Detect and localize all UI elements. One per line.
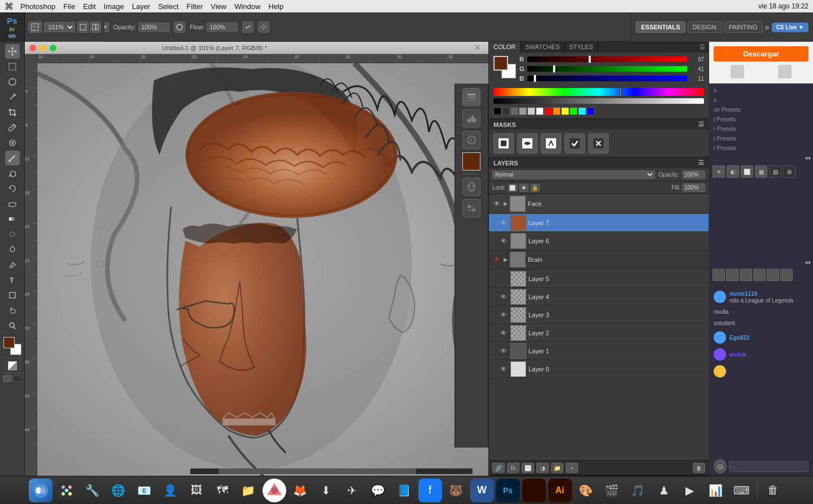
swatch-green[interactable] [570, 107, 578, 115]
screen-mode-1[interactable] [3, 375, 12, 382]
ns-3[interactable] [740, 269, 752, 281]
dock-launchpad[interactable] [55, 479, 78, 502]
group-brain-visibility[interactable]: 👁 [492, 256, 501, 264]
dodge-tool[interactable] [5, 242, 20, 257]
swatch-black[interactable] [493, 107, 501, 115]
crop-tool[interactable] [5, 105, 20, 120]
adj-4[interactable]: ▦ [755, 165, 767, 178]
zoom-select[interactable]: 101% 50% 100% 200% [44, 22, 75, 32]
lock-pixels[interactable]: ⬜ [508, 184, 517, 192]
layer-6-visibility[interactable]: 👁 [499, 237, 508, 245]
layer-4-visibility[interactable]: 👁 [499, 293, 508, 301]
hand-tool[interactable] [5, 303, 20, 318]
adj-2[interactable]: ◐ [727, 165, 739, 178]
dock-whatsapp[interactable]: 💬 [366, 479, 390, 502]
layer-5-visibility[interactable]: 👁 [499, 275, 508, 283]
screen-mode-2[interactable] [13, 375, 22, 382]
quick-mask-btn[interactable] [5, 358, 20, 374]
dock-transmission[interactable]: ⬇ [314, 479, 338, 502]
swatch-yellow[interactable] [561, 107, 569, 115]
close-tab-icon[interactable] [475, 44, 484, 52]
menu-filter[interactable]: Filter [186, 2, 203, 11]
ns-6[interactable] [780, 269, 793, 281]
menu-image[interactable]: Image [104, 2, 124, 11]
add-mask-btn[interactable]: ⬜ [522, 463, 534, 473]
settings-toggle[interactable] [258, 21, 269, 33]
menu-help[interactable]: Help [268, 2, 283, 11]
color-swatch-icon[interactable] [462, 152, 480, 170]
swatch-red[interactable] [544, 107, 552, 115]
swatch-blue[interactable] [587, 107, 595, 115]
layer-0-row[interactable]: 👁 Layer 0 [489, 360, 709, 378]
dock-chess[interactable]: ♟ [652, 479, 676, 502]
lock-all[interactable]: 🔒 [531, 184, 540, 192]
tab-styles[interactable]: STYLES [565, 42, 598, 52]
zoom-tool[interactable] [5, 318, 20, 333]
selection-tool[interactable] [5, 59, 20, 74]
group-face[interactable]: 👁 ▶ Face [489, 194, 709, 214]
menu-file[interactable]: File [63, 2, 75, 11]
menu-photoshop[interactable]: Photoshop [20, 2, 55, 11]
masks-menu[interactable]: ☰ [698, 121, 704, 128]
bw-gradient-bar[interactable] [493, 98, 704, 104]
ns-resize[interactable]: ⇔ [709, 257, 813, 268]
adj-5[interactable]: ▧ [769, 165, 781, 178]
dock-photoshop[interactable]: Ps [496, 479, 520, 502]
adjustments-icon[interactable] [462, 199, 480, 217]
ns-1[interactable] [713, 269, 725, 281]
tab-color[interactable]: COLOR [489, 42, 521, 52]
dock-chrome[interactable] [263, 479, 286, 502]
dock-finder-2[interactable]: 📁 [237, 479, 260, 502]
b-slider-thumb[interactable] [534, 74, 536, 82]
layer-2-row[interactable]: 👁 Layer 2 [489, 324, 709, 342]
dock-terminal[interactable]: ⌨ [730, 479, 754, 502]
apply-mask-btn[interactable] [565, 133, 585, 154]
horizontal-scrollbar[interactable] [190, 468, 473, 474]
arrange-2[interactable] [90, 21, 101, 33]
ns-4[interactable] [753, 269, 766, 281]
tab-swatches[interactable]: SWATCHES [521, 42, 565, 52]
ns-2[interactable] [726, 269, 738, 281]
history-brush-tool[interactable] [5, 181, 20, 196]
eyedropper-tool[interactable] [5, 120, 20, 135]
dock-maps[interactable]: 🗺 [211, 479, 234, 502]
type-tool[interactable]: T [5, 273, 20, 287]
minimize-btn[interactable] [40, 45, 46, 51]
layer-3-row[interactable]: 👁 Layer 3 [489, 306, 709, 324]
layer-6-row[interactable]: 👁 Layer 6 [489, 232, 709, 250]
menu-window[interactable]: Window [234, 2, 260, 11]
menu-view[interactable]: View [211, 2, 226, 11]
layer-2-visibility[interactable]: 👁 [499, 329, 508, 337]
group-face-visibility[interactable]: 👁 [492, 200, 501, 208]
layer-7-row[interactable]: 👁 Layer 7 [489, 214, 709, 232]
chat-input[interactable] [729, 461, 808, 472]
layer-7-visibility[interactable]: 👁 [499, 219, 508, 227]
dock-tumblr[interactable]: 📘 [392, 479, 416, 502]
swatch-gray[interactable] [510, 107, 518, 115]
dock-ai[interactable]: Ai [548, 479, 572, 502]
vector-mask-btn[interactable] [517, 133, 537, 154]
dock-finder[interactable] [29, 479, 53, 502]
adj-1[interactable]: ☀ [713, 165, 725, 178]
foreground-color[interactable] [3, 337, 15, 348]
opacity-input-layers[interactable] [683, 170, 705, 179]
move-tool[interactable] [5, 44, 20, 59]
dock-colorful[interactable]: 🎨 [574, 479, 598, 502]
web-icon-2[interactable] [778, 65, 792, 78]
color-spectrum-bar[interactable] [493, 88, 704, 96]
layer-3-visibility[interactable]: 👁 [499, 311, 508, 319]
layer-5-row[interactable]: 👁 Layer 5 [489, 270, 709, 288]
adj-3[interactable]: ⬜ [741, 165, 753, 178]
blend-mode-select[interactable]: Normal [492, 170, 655, 179]
menu-layer[interactable]: Layer [132, 2, 151, 11]
ns-5[interactable] [767, 269, 779, 281]
dock-trash[interactable]: 🗑 [761, 479, 785, 502]
layer-1-visibility[interactable]: 👁 [499, 347, 508, 355]
gradient-tool[interactable] [5, 212, 20, 226]
cs-live-btn[interactable]: CS Live ▼ [772, 23, 808, 32]
br-icon[interactable]: Br [9, 27, 15, 32]
delete-mask-btn[interactable] [588, 133, 609, 154]
apple-menu[interactable]: ⌘ [5, 1, 14, 12]
flow-input[interactable] [207, 23, 238, 32]
masks-panel-icon[interactable] [462, 178, 480, 196]
